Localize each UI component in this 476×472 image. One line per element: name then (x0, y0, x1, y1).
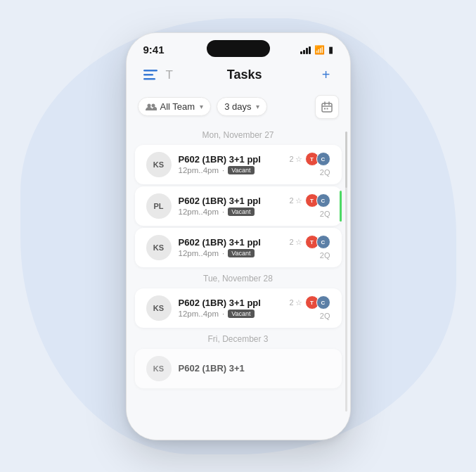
assignee-avatar: C (316, 295, 330, 310)
task-right: 2 ☆ TC 2Q (289, 295, 330, 320)
avatar: PL (146, 193, 172, 219)
phone-content: T Tasks + All Team (127, 61, 350, 440)
task-time: 12pm..4pm (179, 208, 219, 216)
user-avatars: TC (305, 235, 330, 249)
team-icon (146, 103, 157, 111)
dot-separator: · (222, 166, 224, 174)
task-meta-row: 2 ☆ TC (289, 193, 330, 208)
date-divider-0: Mon, November 27 (127, 126, 350, 143)
user-avatars: TC (305, 193, 330, 208)
vacant-badge: Vacant (228, 166, 254, 174)
svg-rect-9 (324, 108, 326, 109)
task-info: P602 (1BR) 3+1 ppl 12pm..4pm · Vacant (179, 237, 283, 257)
svg-rect-0 (143, 70, 157, 72)
svg-rect-5 (322, 103, 332, 112)
task-subtitle: 12pm..4pm · Vacant (179, 310, 283, 318)
scroll-track (345, 132, 347, 412)
assignee-avatar: C (316, 235, 330, 249)
dot-separator: · (222, 249, 224, 257)
task-row[interactable]: KS P602 (1BR) 3+1 ppl 12pm..4pm · Vacant… (135, 228, 342, 267)
plus-icon: + (322, 67, 330, 83)
svg-point-4 (151, 103, 155, 107)
task-right: 2 ☆ TC 2Q (289, 235, 330, 260)
team-chevron-icon: ▾ (200, 103, 203, 110)
svg-rect-1 (143, 74, 153, 76)
task-count: 2Q (320, 312, 330, 320)
app-header: T Tasks + (127, 61, 350, 91)
star-icon: ☆ (295, 155, 302, 164)
task-subtitle: 12pm..4pm · Vacant (179, 208, 283, 216)
task-title: P602 (1BR) 3+1 (179, 363, 330, 374)
task-list-scroll[interactable]: Mon, November 27 KS P602 (1BR) 3+1 ppl 1… (127, 126, 350, 440)
list-icon (143, 70, 157, 81)
calendar-button[interactable] (315, 95, 339, 119)
scroll-thumb (345, 132, 347, 188)
task-row[interactable]: KS P602 (1BR) 3+1 ppl 12pm..4pm · Vacant… (135, 288, 342, 328)
add-task-button[interactable]: + (316, 65, 336, 85)
task-subtitle: 12pm..4pm · Vacant (179, 166, 283, 174)
avatar: KS (146, 235, 172, 260)
star-count: 2 ☆ (289, 298, 302, 307)
avatar: KS (146, 152, 172, 177)
star-count: 2 ☆ (289, 155, 302, 164)
dynamic-island (207, 40, 270, 57)
task-meta-row: 2 ☆ TC (289, 235, 330, 249)
t-label: T (166, 68, 173, 82)
task-count: 2Q (320, 251, 330, 260)
svg-rect-10 (326, 108, 328, 109)
task-title: P602 (1BR) 3+1 ppl (179, 196, 283, 206)
menu-button[interactable] (141, 65, 160, 85)
task-right: 2 ☆ TC 2Q (289, 152, 330, 177)
task-title: P602 (1BR) 3+1 ppl (179, 237, 283, 248)
avatar: KS (146, 295, 172, 321)
dot-separator: · (222, 310, 224, 318)
task-count: 2Q (320, 168, 330, 177)
star-count: 2 ☆ (289, 238, 302, 247)
task-title: P602 (1BR) 3+1 ppl (179, 154, 283, 165)
task-meta-row: 2 ☆ TC (289, 295, 330, 310)
vacant-badge: Vacant (228, 249, 254, 257)
task-info: P602 (1BR) 3+1 ppl 12pm..4pm · Vacant (179, 196, 283, 216)
avatar: KS (146, 356, 172, 381)
task-time: 12pm..4pm (179, 166, 219, 174)
vacant-badge: Vacant (228, 310, 254, 318)
task-right: 2 ☆ TC 2Q (289, 193, 330, 218)
task-info: P602 (1BR) 3+1 ppl 12pm..4pm · Vacant (179, 298, 283, 318)
user-avatars: TC (305, 152, 330, 166)
task-info: P602 (1BR) 3+1 (179, 363, 330, 374)
page-title: Tasks (173, 68, 316, 82)
status-time: 9:41 (143, 44, 165, 56)
task-meta-row: 2 ☆ TC (289, 152, 330, 166)
team-filter-button[interactable]: All Team ▾ (138, 97, 212, 116)
task-row[interactable]: PL P602 (1BR) 3+1 ppl 12pm..4pm · Vacant… (135, 186, 342, 226)
phone-wrapper: 9:41 📶 ▮ (126, 32, 351, 440)
days-filter-label: 3 days (224, 101, 251, 112)
task-count: 2Q (320, 210, 330, 218)
vacant-badge: Vacant (228, 208, 254, 216)
assignee-avatar: C (316, 193, 330, 208)
date-divider-2: Fri, December 3 (127, 330, 350, 347)
days-chevron-icon: ▾ (256, 103, 259, 110)
phone-frame: 9:41 📶 ▮ (126, 32, 351, 440)
calendar-icon (321, 101, 333, 113)
svg-rect-2 (143, 78, 155, 80)
dot-separator: · (222, 208, 224, 216)
star-icon: ☆ (295, 238, 302, 247)
user-avatars: TC (305, 295, 330, 310)
team-filter-label: All Team (160, 101, 195, 112)
star-icon: ☆ (295, 196, 302, 205)
signal-bars-icon (300, 46, 311, 54)
svg-point-3 (147, 103, 150, 107)
task-info: P602 (1BR) 3+1 ppl 12pm..4pm · Vacant (179, 154, 283, 174)
days-filter-button[interactable]: 3 days ▾ (217, 97, 267, 116)
battery-icon: ▮ (328, 44, 333, 55)
task-time: 12pm..4pm (179, 310, 219, 318)
task-row[interactable]: KS P602 (1BR) 3+1 ppl 12pm..4pm · Vacant… (135, 145, 342, 184)
filter-bar: All Team ▾ 3 days ▾ (127, 91, 350, 126)
task-row[interactable]: KS P602 (1BR) 3+1 (135, 349, 342, 388)
status-icons: 📶 ▮ (300, 44, 333, 55)
header-left: T (141, 65, 173, 85)
star-count: 2 ☆ (289, 196, 302, 205)
star-icon: ☆ (295, 298, 302, 307)
header-center: Tasks (173, 68, 316, 82)
